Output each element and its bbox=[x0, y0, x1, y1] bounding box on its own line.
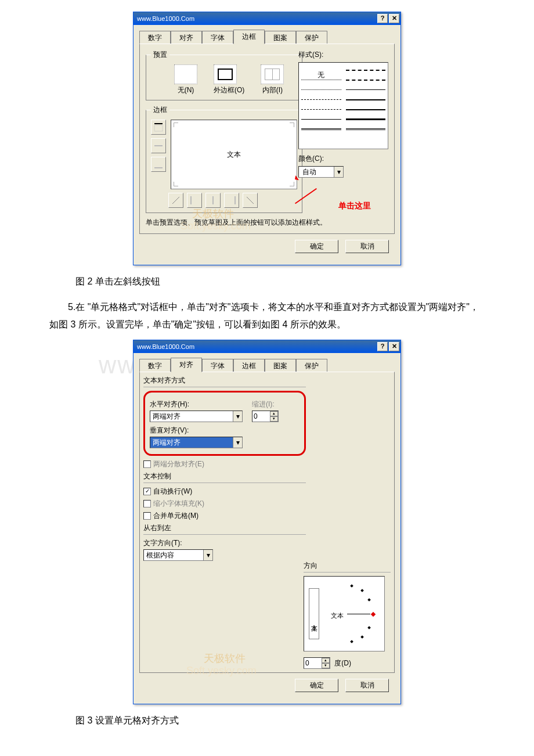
v-align-select[interactable]: 两端对齐 ▾ bbox=[150, 437, 243, 448]
annotation-arrow: 单击这里 bbox=[338, 201, 371, 211]
border-vmid-button[interactable] bbox=[205, 193, 221, 208]
dropdown-arrow-icon: ▾ bbox=[233, 437, 242, 448]
svg-line-8 bbox=[247, 197, 254, 204]
degree-input[interactable] bbox=[304, 658, 322, 668]
degree-label: 度(D) bbox=[334, 659, 351, 667]
tab-strip: 数字 对齐 字体 边框 图案 保护 bbox=[139, 30, 395, 44]
close-button[interactable]: ✕ bbox=[389, 342, 399, 351]
border-diag-up-button[interactable] bbox=[168, 193, 183, 208]
svg-rect-1 bbox=[154, 125, 163, 131]
tab-align[interactable]: 对齐 bbox=[171, 358, 202, 372]
line-style-list[interactable]: 无 bbox=[298, 62, 388, 149]
tab-number[interactable]: 数字 bbox=[139, 31, 171, 45]
spin-down-icon[interactable]: ▾ bbox=[270, 416, 278, 422]
preset-none-button[interactable] bbox=[174, 64, 197, 84]
format-cells-dialog-align: www.Blue1000.Com ? ✕ 数字 对齐 字体 边框 图案 保护 文… bbox=[133, 340, 401, 704]
figure-3-caption: 图 3 设置单元格对齐方式 bbox=[75, 715, 499, 727]
border-top-button[interactable] bbox=[151, 120, 166, 135]
h-align-label: 水平对齐(H): bbox=[150, 399, 243, 409]
spin-up-icon[interactable]: ▴ bbox=[322, 658, 330, 663]
titlebar: www.Blue1000.Com ? ✕ bbox=[134, 340, 400, 353]
figure-2-caption: 图 2 单击左斜线按钮 bbox=[75, 276, 499, 288]
dropdown-arrow-icon: ▾ bbox=[334, 167, 343, 177]
svg-rect-6 bbox=[212, 196, 214, 204]
merge-checkbox[interactable]: 合并单元格(M) bbox=[143, 511, 306, 521]
h-align-select[interactable]: 两端对齐 ▾ bbox=[150, 411, 243, 422]
watermark-soft: 天极软件 bbox=[192, 207, 234, 221]
svg-line-4 bbox=[172, 197, 179, 204]
tab-border[interactable]: 边框 bbox=[233, 359, 265, 373]
control-group-label: 文本控制 bbox=[143, 471, 306, 483]
svg-rect-3 bbox=[154, 167, 163, 168]
svg-rect-5 bbox=[190, 196, 192, 204]
preview-text: 文本 bbox=[227, 150, 241, 160]
format-cells-dialog-border: www.Blue1000.Com ? ✕ 数字 对齐 字体 边框 图案 保护 预… bbox=[133, 12, 401, 265]
tab-font[interactable]: 字体 bbox=[202, 359, 233, 373]
border-bottom-button[interactable] bbox=[151, 157, 166, 172]
spin-up-icon[interactable]: ▴ bbox=[270, 411, 278, 416]
border-hmid-button[interactable] bbox=[151, 138, 166, 153]
v-align-label: 垂直对齐(V): bbox=[150, 426, 243, 435]
border-group: 边框 文本 bbox=[146, 105, 302, 213]
tab-number[interactable]: 数字 bbox=[139, 359, 171, 373]
align-group-label: 文本对齐方式 bbox=[143, 376, 306, 387]
body-paragraph: 5.在 "单元格格式"对话框中，单击"对齐"选项卡，将文本的水平和垂直对齐方式都… bbox=[35, 298, 499, 334]
indent-input[interactable] bbox=[252, 411, 270, 422]
watermark-url: Soft.yesky.com bbox=[186, 665, 257, 677]
color-label: 颜色(C): bbox=[298, 154, 388, 164]
shrink-checkbox: 缩小字体填充(K) bbox=[143, 499, 306, 509]
dropdown-arrow-icon: ▾ bbox=[203, 550, 212, 560]
close-button[interactable]: ✕ bbox=[389, 14, 399, 23]
orient-vertical-label: 文本 bbox=[309, 588, 319, 639]
distributed-checkbox: 两端分散对齐(E) bbox=[143, 459, 306, 469]
orient-group-label: 方向 bbox=[304, 561, 391, 573]
highlight-box: 水平对齐(H): 两端对齐 ▾ 垂直对齐(V): 两端对齐 ▾ bbox=[143, 391, 306, 456]
tab-pattern[interactable]: 图案 bbox=[265, 359, 296, 373]
preset-outline-label: 外边框(O) bbox=[214, 85, 244, 95]
border-preview[interactable]: 文本 bbox=[171, 120, 297, 189]
color-select[interactable]: 自动 ▾ bbox=[298, 166, 344, 178]
dropdown-arrow-icon: ▾ bbox=[233, 411, 242, 422]
border-left-button[interactable] bbox=[187, 193, 202, 208]
cancel-button[interactable]: 取消 bbox=[345, 240, 389, 253]
titlebar: www.Blue1000.Com ? ✕ bbox=[134, 12, 400, 25]
preset-none-label: 无(N) bbox=[174, 85, 197, 95]
spin-down-icon[interactable]: ▾ bbox=[322, 663, 330, 668]
preset-legend: 预置 bbox=[151, 50, 169, 60]
help-button[interactable]: ? bbox=[377, 14, 388, 23]
tab-protect[interactable]: 保护 bbox=[296, 31, 327, 45]
preset-inner-button[interactable] bbox=[261, 64, 284, 84]
border-legend: 边框 bbox=[151, 105, 169, 115]
orientation-control[interactable]: 文本 文本 bbox=[304, 576, 385, 651]
preset-inner-label: 内部(I) bbox=[261, 85, 284, 95]
title-text: www.Blue1000.Com bbox=[135, 15, 376, 22]
watermark-soft: 天极软件 bbox=[204, 651, 246, 665]
tab-border[interactable]: 边框 bbox=[233, 30, 265, 44]
rtl-group-label: 从右到左 bbox=[143, 523, 306, 535]
color-value: 自动 bbox=[299, 167, 334, 177]
tab-strip: 数字 对齐 字体 边框 图案 保护 bbox=[139, 358, 395, 372]
help-button[interactable]: ? bbox=[377, 342, 388, 351]
ok-button[interactable]: 确定 bbox=[295, 679, 338, 692]
preset-group: 预置 无(N) 外边框(O) 内部(I) bbox=[146, 50, 302, 100]
tab-protect[interactable]: 保护 bbox=[296, 359, 327, 373]
text-dir-select[interactable]: 根据内容 ▾ bbox=[143, 549, 213, 561]
border-diag-down-button[interactable] bbox=[243, 193, 258, 208]
style-label: 样式(S): bbox=[298, 50, 388, 60]
ok-button[interactable]: 确定 bbox=[295, 240, 338, 253]
watermark-url: Soft.yesky.com bbox=[181, 220, 251, 232]
line-group: 样式(S): 无 颜色(C): 自动 ▾ bbox=[298, 50, 388, 178]
tab-font[interactable]: 字体 bbox=[202, 31, 233, 45]
svg-rect-2 bbox=[154, 145, 163, 146]
cancel-button[interactable]: 取消 bbox=[345, 679, 389, 692]
tab-align[interactable]: 对齐 bbox=[171, 31, 202, 45]
indent-label: 缩进(I): bbox=[252, 399, 279, 409]
preset-outline-button[interactable] bbox=[214, 64, 237, 84]
tab-pattern[interactable]: 图案 bbox=[265, 31, 296, 45]
svg-rect-0 bbox=[154, 123, 163, 124]
border-right-button[interactable] bbox=[224, 193, 239, 208]
svg-rect-7 bbox=[234, 196, 236, 204]
wrap-checkbox[interactable]: ✓自动换行(W) bbox=[143, 487, 306, 496]
indent-spinner[interactable]: ▴▾ bbox=[252, 411, 279, 422]
degree-spinner[interactable]: ▴▾ bbox=[304, 657, 330, 669]
